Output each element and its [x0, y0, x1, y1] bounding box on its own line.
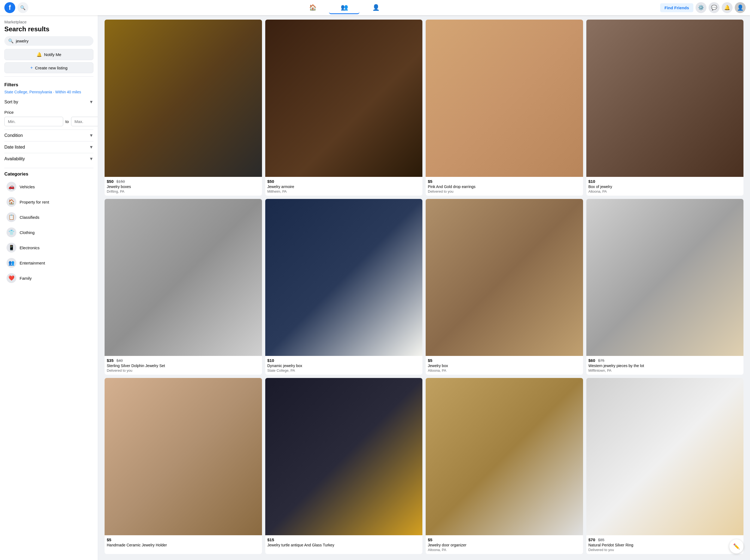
product-info: $60 $75 Western jewelry pieces by the lo… [586, 356, 744, 375]
category-item-property-for-rent[interactable]: 🏠 Property for rent [4, 194, 93, 209]
location-filter[interactable]: State College, Pennsylvania · Within 40 … [4, 90, 93, 94]
sidebar: Marketplace Search results 🔍 🔔 Notify Me… [0, 15, 98, 560]
notification-icon[interactable]: 🔔 [722, 2, 733, 13]
product-location: Drifting, PA [107, 189, 260, 193]
nav-home-button[interactable]: 🏠 [297, 1, 328, 14]
search-bar[interactable]: 🔍 [4, 36, 93, 46]
notify-me-button[interactable]: 🔔 Notify Me [4, 49, 93, 60]
product-name: Sterling Silver Dolphin Jewelry Set [107, 364, 260, 368]
product-price: $50 [268, 179, 274, 184]
date-listed-chevron-icon: ▼ [89, 145, 93, 150]
category-item-electronics[interactable]: 📱 Electronics [4, 240, 93, 255]
product-location: State College, PA [268, 369, 420, 373]
product-original-price: $150 [116, 179, 125, 184]
product-card[interactable]: $5 Handmade Ceramic Jewelry Holder [104, 378, 262, 554]
product-image [104, 378, 262, 535]
product-location: Delivered to you [428, 189, 581, 193]
categories-title: Categories [4, 171, 93, 177]
category-item-clothing[interactable]: 👕 Clothing [4, 225, 93, 240]
product-info: $35 $40 Sterling Silver Dolphin Jewelry … [104, 356, 262, 375]
price-inputs: to [4, 117, 93, 126]
nav-friends-button[interactable]: 👥 [329, 1, 359, 14]
nav-groups-button[interactable]: 👤 [360, 1, 391, 14]
category-icon: 📱 [6, 243, 16, 252]
product-info: $70 $85 Natural Peridot Silver Ring Deli… [586, 535, 744, 554]
product-image [104, 20, 262, 177]
category-item-entertainment[interactable]: 👥 Entertainment [4, 255, 93, 270]
filters-header: Filters [4, 80, 93, 90]
price-min-input[interactable] [4, 117, 63, 126]
product-card[interactable]: $35 $40 Sterling Silver Dolphin Jewelry … [104, 199, 262, 375]
category-label: Electronics [20, 245, 39, 250]
product-image [586, 378, 744, 535]
floating-action-button[interactable]: ✏️ [729, 539, 744, 554]
product-info: $10 Dynamic jewelry box State College, P… [265, 356, 423, 375]
product-price-row: $15 [268, 537, 420, 542]
messenger-icon[interactable]: 💬 [709, 2, 719, 13]
product-image [426, 199, 583, 356]
product-price: $10 [268, 358, 274, 363]
product-price-row: $5 [428, 537, 581, 542]
product-card[interactable]: $60 $75 Western jewelry pieces by the lo… [586, 199, 744, 375]
search-input[interactable] [16, 39, 90, 43]
product-info: $15 Jewelry turtle antique And Glass Tur… [265, 535, 423, 550]
product-location: Delivered to you [107, 369, 260, 373]
product-image [426, 20, 583, 177]
notify-me-label: Notify Me [44, 52, 61, 57]
category-label: Entertainment [20, 261, 45, 265]
filters-section: Filters State College, Pennsylvania · Wi… [4, 80, 93, 94]
product-name: Jewelry door organizer [428, 543, 581, 547]
divider-1 [4, 77, 93, 77]
product-info: $5 Jewelry box Altoona, PA [426, 356, 583, 375]
product-info: $50 $150 Jewelry boxes Drifting, PA [104, 177, 262, 196]
sort-by-section[interactable]: Sort by ▼ [4, 98, 93, 107]
main-layout: Marketplace Search results 🔍 🔔 Notify Me… [0, 15, 750, 560]
product-card[interactable]: $50 $150 Jewelry boxes Drifting, PA [104, 20, 262, 196]
top-navigation: f 🔍 🏠 👥 👤 Find Friends ⚙️ 💬 🔔 👤 [0, 0, 750, 15]
bell-icon: 🔔 [37, 52, 42, 57]
product-card[interactable]: $50 Jewelry armoire Millheim, PA [265, 20, 423, 196]
product-card[interactable]: $5 Jewelry box Altoona, PA [426, 199, 583, 375]
product-card[interactable]: $15 Jewelry turtle antique And Glass Tur… [265, 378, 423, 554]
create-listing-button[interactable]: + Create new listing [4, 62, 93, 73]
user-avatar[interactable]: 👤 [735, 2, 746, 13]
category-icon: 🚗 [6, 182, 16, 191]
product-card[interactable]: $10 Box of jewelry Altoona, PA [586, 20, 744, 196]
category-item-classifieds[interactable]: 📋 Classifieds [4, 209, 93, 225]
date-listed-filter[interactable]: Date listed ▼ [4, 141, 93, 153]
availability-filter[interactable]: Availability ▼ [4, 153, 93, 165]
date-listed-label: Date listed [4, 145, 25, 150]
category-item-family[interactable]: ❤️ Family [4, 270, 93, 286]
product-card[interactable]: $5 Pink And Gold drop earrings Delivered… [426, 20, 583, 196]
price-max-input[interactable] [71, 117, 98, 126]
condition-filter[interactable]: Condition ▼ [4, 129, 93, 141]
apps-grid-icon[interactable]: ⚙️ [695, 2, 706, 13]
search-icon: 🔍 [8, 38, 14, 44]
product-location: Altoona, PA [428, 548, 581, 552]
product-card[interactable]: $70 $85 Natural Peridot Silver Ring Deli… [586, 378, 744, 554]
facebook-logo[interactable]: f [4, 2, 15, 13]
search-button[interactable]: 🔍 [17, 2, 28, 13]
product-info: $5 Handmade Ceramic Jewelry Holder [104, 535, 262, 550]
category-item-vehicles[interactable]: 🚗 Vehicles [4, 179, 93, 194]
product-info: $50 Jewelry armoire Millheim, PA [265, 177, 423, 196]
product-name: Jewelry box [428, 364, 581, 368]
category-label: Clothing [20, 230, 35, 235]
product-price-row: $10 [589, 179, 742, 184]
product-name: Natural Peridot Silver Ring [589, 543, 742, 547]
category-label: Vehicles [20, 185, 35, 189]
page-title: Search results [4, 25, 93, 33]
category-icon: 📋 [6, 212, 16, 222]
product-name: Dynamic jewelry box [268, 364, 420, 368]
product-card[interactable]: $5 Jewelry door organizer Altoona, PA [426, 378, 583, 554]
product-price: $60 [589, 358, 595, 363]
product-price: $35 [107, 358, 114, 363]
find-friends-button[interactable]: Find Friends [660, 3, 693, 12]
product-price: $10 [589, 179, 595, 184]
product-price: $5 [428, 179, 432, 184]
availability-label: Availability [4, 157, 25, 161]
product-card[interactable]: $10 Dynamic jewelry box State College, P… [265, 199, 423, 375]
product-image [265, 378, 423, 535]
plus-icon: + [30, 65, 33, 70]
sort-by-label: Sort by [4, 100, 18, 104]
